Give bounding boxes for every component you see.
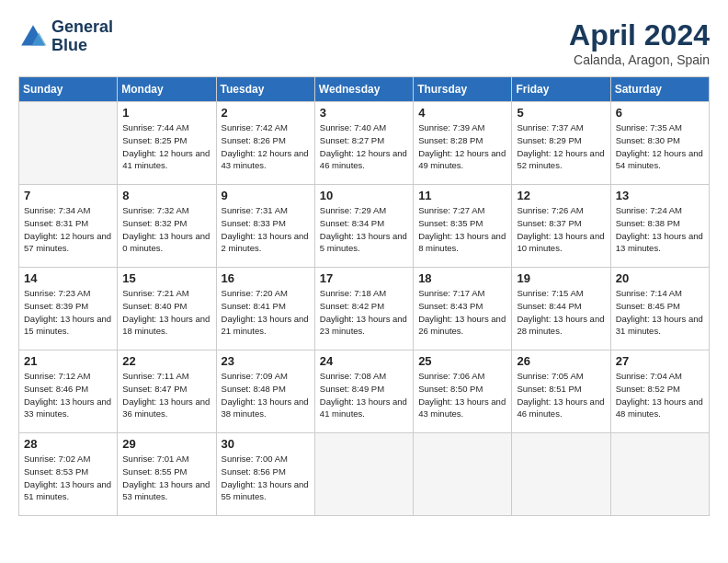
day-number: 24	[320, 354, 408, 368]
day-detail: Sunrise: 7:26 AMSunset: 8:37 PMDaylight:…	[517, 204, 605, 255]
day-number: 30	[222, 437, 310, 451]
day-number: 28	[24, 437, 112, 451]
calendar-cell: 2Sunrise: 7:42 AMSunset: 8:26 PMDaylight…	[216, 102, 314, 185]
calendar-cell	[19, 102, 118, 185]
day-detail: Sunrise: 7:44 AMSunset: 8:25 PMDaylight:…	[122, 121, 210, 172]
day-detail: Sunrise: 7:42 AMSunset: 8:26 PMDaylight:…	[222, 121, 310, 172]
day-detail: Sunrise: 7:09 AMSunset: 8:48 PMDaylight:…	[222, 370, 310, 420]
day-detail: Sunrise: 7:12 AMSunset: 8:46 PMDaylight:…	[24, 370, 112, 420]
calendar-cell: 7Sunrise: 7:34 AMSunset: 8:31 PMDaylight…	[19, 185, 118, 268]
day-detail: Sunrise: 7:37 AMSunset: 8:29 PMDaylight:…	[517, 121, 605, 172]
day-detail: Sunrise: 7:14 AMSunset: 8:45 PMDaylight:…	[616, 287, 704, 338]
calendar-cell: 26Sunrise: 7:05 AMSunset: 8:51 PMDayligh…	[512, 350, 610, 433]
day-number: 4	[418, 106, 506, 120]
day-number: 7	[24, 189, 112, 202]
weekday-header: Saturday	[610, 77, 709, 102]
calendar-cell: 1Sunrise: 7:44 AMSunset: 8:25 PMDaylight…	[118, 102, 216, 185]
day-number: 23	[222, 354, 310, 368]
calendar-cell: 9Sunrise: 7:31 AMSunset: 8:33 PMDaylight…	[216, 185, 314, 268]
day-number: 2	[222, 106, 310, 120]
day-detail: Sunrise: 7:39 AMSunset: 8:28 PMDaylight:…	[418, 121, 506, 172]
day-number: 14	[24, 271, 112, 285]
calendar-cell: 3Sunrise: 7:40 AMSunset: 8:27 PMDaylight…	[314, 102, 413, 185]
calendar-cell: 23Sunrise: 7:09 AMSunset: 8:48 PMDayligh…	[216, 350, 314, 433]
day-number: 22	[122, 354, 210, 368]
day-number: 27	[616, 354, 704, 368]
calendar-cell: 11Sunrise: 7:27 AMSunset: 8:35 PMDayligh…	[414, 185, 512, 268]
day-number: 3	[320, 106, 408, 120]
calendar-table: SundayMondayTuesdayWednesdayThursdayFrid…	[18, 76, 710, 516]
day-detail: Sunrise: 7:35 AMSunset: 8:30 PMDaylight:…	[616, 121, 704, 172]
calendar-cell: 28Sunrise: 7:02 AMSunset: 8:53 PMDayligh…	[19, 433, 118, 516]
calendar-cell: 16Sunrise: 7:20 AMSunset: 8:41 PMDayligh…	[216, 268, 314, 350]
day-detail: Sunrise: 7:29 AMSunset: 8:34 PMDaylight:…	[320, 204, 408, 255]
day-detail: Sunrise: 7:05 AMSunset: 8:51 PMDaylight:…	[517, 370, 605, 420]
day-detail: Sunrise: 7:08 AMSunset: 8:49 PMDaylight:…	[320, 370, 408, 420]
calendar-cell: 6Sunrise: 7:35 AMSunset: 8:30 PMDaylight…	[610, 102, 709, 185]
calendar-cell: 5Sunrise: 7:37 AMSunset: 8:29 PMDaylight…	[512, 102, 610, 185]
weekday-header: Friday	[512, 77, 610, 102]
calendar-cell: 4Sunrise: 7:39 AMSunset: 8:28 PMDaylight…	[414, 102, 512, 185]
day-number: 25	[418, 354, 506, 368]
logo-icon	[18, 22, 48, 52]
calendar-cell: 25Sunrise: 7:06 AMSunset: 8:50 PMDayligh…	[414, 350, 512, 433]
calendar-cell: 30Sunrise: 7:00 AMSunset: 8:56 PMDayligh…	[216, 433, 314, 516]
day-detail: Sunrise: 7:23 AMSunset: 8:39 PMDaylight:…	[24, 287, 112, 338]
day-detail: Sunrise: 7:15 AMSunset: 8:44 PMDaylight:…	[517, 287, 605, 338]
calendar-cell: 20Sunrise: 7:14 AMSunset: 8:45 PMDayligh…	[610, 268, 709, 350]
calendar-cell: 10Sunrise: 7:29 AMSunset: 8:34 PMDayligh…	[314, 185, 413, 268]
day-detail: Sunrise: 7:27 AMSunset: 8:35 PMDaylight:…	[418, 204, 506, 255]
calendar-cell: 18Sunrise: 7:17 AMSunset: 8:43 PMDayligh…	[414, 268, 512, 350]
calendar-cell: 22Sunrise: 7:11 AMSunset: 8:47 PMDayligh…	[118, 350, 216, 433]
calendar-cell	[414, 433, 512, 516]
calendar-cell: 14Sunrise: 7:23 AMSunset: 8:39 PMDayligh…	[19, 268, 118, 350]
calendar-cell: 12Sunrise: 7:26 AMSunset: 8:37 PMDayligh…	[512, 185, 610, 268]
day-number: 17	[320, 271, 408, 285]
calendar-cell: 21Sunrise: 7:12 AMSunset: 8:46 PMDayligh…	[19, 350, 118, 433]
day-detail: Sunrise: 7:34 AMSunset: 8:31 PMDaylight:…	[24, 204, 112, 255]
day-number: 9	[222, 189, 310, 202]
day-number: 6	[616, 106, 704, 120]
day-number: 1	[122, 106, 210, 120]
weekday-header: Wednesday	[314, 77, 413, 102]
day-detail: Sunrise: 7:00 AMSunset: 8:56 PMDaylight:…	[222, 453, 310, 503]
weekday-header: Monday	[118, 77, 216, 102]
day-detail: Sunrise: 7:24 AMSunset: 8:38 PMDaylight:…	[616, 204, 704, 255]
logo: General Blue	[18, 18, 113, 55]
day-number: 29	[122, 437, 210, 451]
weekday-header: Thursday	[414, 77, 512, 102]
day-number: 16	[222, 271, 310, 285]
day-number: 10	[320, 189, 408, 202]
day-number: 8	[122, 189, 210, 202]
day-number: 11	[418, 189, 506, 202]
logo-text: General Blue	[51, 18, 113, 55]
day-number: 21	[24, 354, 112, 368]
calendar-cell: 15Sunrise: 7:21 AMSunset: 8:40 PMDayligh…	[118, 268, 216, 350]
calendar-cell	[512, 433, 610, 516]
weekday-header: Tuesday	[216, 77, 314, 102]
location: Calanda, Aragon, Spain	[569, 52, 710, 67]
month-year: April 2024	[569, 18, 710, 52]
day-detail: Sunrise: 7:18 AMSunset: 8:42 PMDaylight:…	[320, 287, 408, 338]
day-detail: Sunrise: 7:21 AMSunset: 8:40 PMDaylight:…	[122, 287, 210, 338]
day-number: 19	[517, 271, 605, 285]
calendar-cell: 8Sunrise: 7:32 AMSunset: 8:32 PMDaylight…	[118, 185, 216, 268]
page-header: General Blue April 2024 Calanda, Aragon,…	[18, 18, 710, 67]
day-detail: Sunrise: 7:04 AMSunset: 8:52 PMDaylight:…	[616, 370, 704, 420]
day-detail: Sunrise: 7:01 AMSunset: 8:55 PMDaylight:…	[122, 453, 210, 503]
day-number: 18	[418, 271, 506, 285]
day-detail: Sunrise: 7:11 AMSunset: 8:47 PMDaylight:…	[122, 370, 210, 420]
calendar-cell: 19Sunrise: 7:15 AMSunset: 8:44 PMDayligh…	[512, 268, 610, 350]
day-number: 26	[517, 354, 605, 368]
day-detail: Sunrise: 7:20 AMSunset: 8:41 PMDaylight:…	[222, 287, 310, 338]
calendar-cell: 29Sunrise: 7:01 AMSunset: 8:55 PMDayligh…	[118, 433, 216, 516]
calendar-cell: 24Sunrise: 7:08 AMSunset: 8:49 PMDayligh…	[314, 350, 413, 433]
calendar-cell	[610, 433, 709, 516]
day-detail: Sunrise: 7:06 AMSunset: 8:50 PMDaylight:…	[418, 370, 506, 420]
calendar-cell	[314, 433, 413, 516]
calendar-cell: 27Sunrise: 7:04 AMSunset: 8:52 PMDayligh…	[610, 350, 709, 433]
title-block: April 2024 Calanda, Aragon, Spain	[569, 18, 710, 67]
day-number: 5	[517, 106, 605, 120]
day-detail: Sunrise: 7:32 AMSunset: 8:32 PMDaylight:…	[122, 204, 210, 255]
calendar-cell: 17Sunrise: 7:18 AMSunset: 8:42 PMDayligh…	[314, 268, 413, 350]
